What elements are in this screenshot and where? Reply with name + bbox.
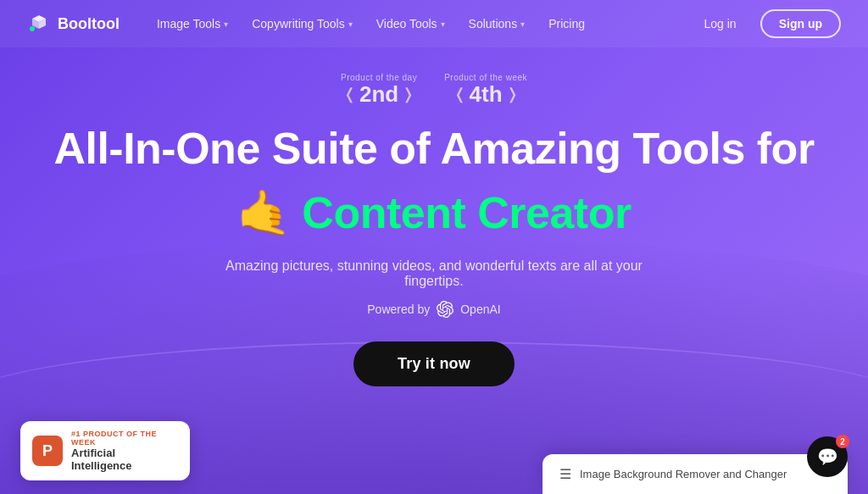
laurel-right-icon: ❭ [402, 85, 415, 103]
laurel-right-icon: ❭ [506, 85, 519, 103]
nav-links: Image Tools ▾ Copywriting Tools ▾ Video … [147, 12, 595, 36]
nav-solutions[interactable]: Solutions ▾ [459, 12, 536, 36]
signup-button[interactable]: Sign up [760, 9, 841, 38]
hero-description: Amazing pictures, stunning videos, and w… [205, 258, 663, 289]
laurel-left-icon: ❬ [343, 85, 356, 103]
menu-icon: ☰ [559, 466, 571, 482]
nav-pricing[interactable]: Pricing [538, 12, 595, 36]
logo-icon [27, 12, 51, 36]
chevron-down-icon: ▾ [441, 19, 445, 29]
hero-section: Product of the day ❬ 2nd ❭ Product of th… [0, 47, 868, 420]
powered-by: Powered by OpenAI [367, 301, 500, 318]
hero-subtitle-row: 🤙 Content Creator [236, 187, 631, 238]
nav-video-tools[interactable]: Video Tools ▾ [366, 12, 455, 36]
laurel-left-icon: ❬ [453, 85, 466, 103]
hero-keyword: Content Creator [302, 187, 631, 238]
login-button[interactable]: Log in [694, 12, 747, 36]
product-hunt-icon: P [32, 436, 63, 466]
brand-name: Booltool [58, 15, 120, 33]
chevron-down-icon: ▾ [520, 19, 525, 29]
nav-left: Booltool Image Tools ▾ Copywriting Tools… [27, 12, 595, 36]
cta-button[interactable]: Try it now [353, 341, 515, 386]
chevron-down-icon: ▾ [348, 19, 353, 29]
ph-category: Artificial Intelligence [71, 447, 178, 472]
openai-icon [437, 301, 453, 318]
tool-label: Image Background Remover and Changer [580, 468, 787, 480]
nav-image-tools[interactable]: Image Tools ▾ [147, 12, 238, 36]
nav-copywriting-tools[interactable]: Copywriting Tools ▾ [242, 12, 362, 36]
logo[interactable]: Booltool [27, 12, 120, 36]
awards-row: Product of the day ❬ 2nd ❭ Product of th… [341, 73, 527, 107]
chevron-down-icon: ▾ [224, 19, 228, 29]
chat-badge: 2 [836, 435, 849, 448]
tool-preview-card[interactable]: ☰ Image Background Remover and Changer [542, 454, 848, 494]
award-week: Product of the week ❬ 4th ❭ [444, 73, 527, 107]
hero-title: All-In-One Suite of Amazing Tools for [53, 124, 814, 175]
chat-button[interactable]: 💬 2 [807, 436, 848, 477]
product-hunt-badge[interactable]: P #1 Product of the week Artificial Inte… [20, 421, 190, 480]
hero-emoji: 🤙 [236, 191, 292, 235]
bottom-area: P #1 Product of the week Artificial Inte… [0, 421, 868, 494]
openai-brand: OpenAI [460, 303, 500, 316]
nav-right: Log in Sign up [694, 9, 841, 38]
award-day: Product of the day ❬ 2nd ❭ [341, 73, 417, 107]
svg-point-0 [30, 26, 35, 31]
chat-icon: 💬 [817, 447, 838, 467]
navbar: Booltool Image Tools ▾ Copywriting Tools… [0, 0, 868, 47]
ph-rank: #1 Product of the week [71, 430, 178, 447]
powered-by-label: Powered by [367, 303, 430, 316]
